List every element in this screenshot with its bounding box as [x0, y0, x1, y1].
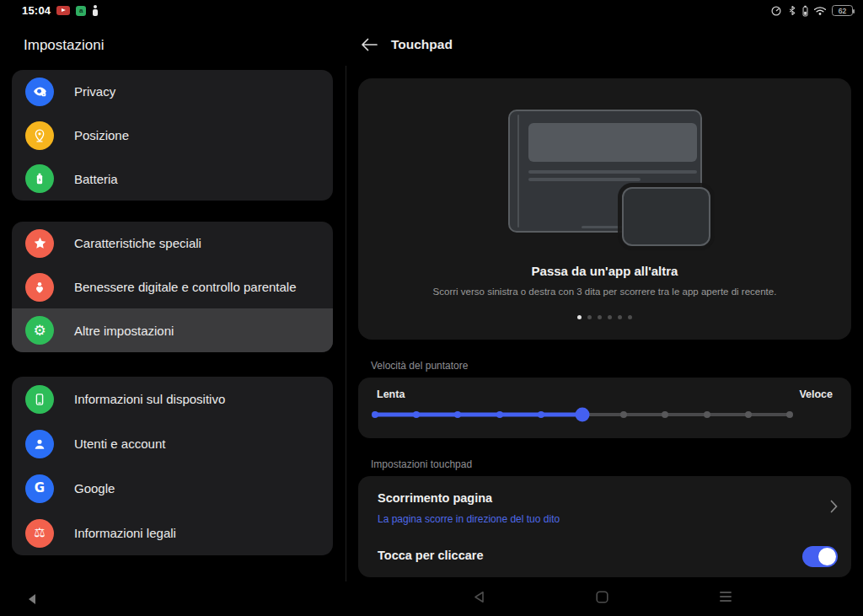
carousel-dot: [618, 315, 622, 319]
battery-status-icon: 62: [832, 5, 853, 16]
user-icon: [25, 430, 54, 458]
carousel-title: Passa da un'app all'altra: [358, 264, 851, 278]
chevron-right-icon: [830, 500, 838, 513]
row-title: Tocca per cliccare: [378, 549, 483, 562]
sidebar-item-label: Batteria: [74, 172, 118, 186]
wellbeing-icon: [25, 273, 54, 302]
stylus-battery-icon: [802, 5, 808, 17]
row-subtitle: La pagina scorre in direzione del tuo di…: [378, 513, 560, 525]
slider-max-label: Veloce: [799, 388, 833, 400]
row-scorrimento-pagina[interactable]: Scorrimento pagina La pagina scorre in d…: [358, 476, 851, 537]
carousel-dot: [628, 315, 632, 319]
sidebar-item-altre-impostazioni[interactable]: ⚙ Altre impostazioni: [12, 308, 333, 352]
wifi-icon: [813, 5, 827, 16]
touchpad-illustration: [622, 187, 710, 246]
slider-tick: [704, 411, 710, 418]
nav-recents-icon[interactable]: [718, 589, 733, 604]
touchpad-settings-card: Scorrimento pagina La pagina scorre in d…: [358, 476, 851, 577]
settings-group-3: Informazioni sul dispositivo Utenti e ac…: [12, 377, 333, 555]
sidebar-item-caratteristiche-speciali[interactable]: Caratteristiche speciali: [12, 222, 333, 265]
slider-min-label: Lenta: [377, 388, 405, 400]
battery-icon: [25, 164, 54, 193]
bluetooth-icon: [787, 4, 797, 17]
sidebar-item-label: Benessere digitale e controllo parentale: [74, 280, 297, 294]
slider-tick: [745, 411, 752, 418]
app-notification-icon: a: [76, 6, 86, 16]
carousel-subtitle: Scorri verso sinistra o destra con 3 dit…: [358, 287, 851, 297]
privacy-eye-icon: [25, 78, 54, 106]
sidebar-item-posizione[interactable]: Posizione: [12, 114, 333, 158]
slider-tick: [454, 411, 461, 418]
nav-home-icon[interactable]: [594, 589, 609, 604]
sidebar-item-informazioni-legali[interactable]: ⚖ Informazioni legali: [12, 511, 333, 555]
sidebar-item-label: Privacy: [74, 84, 115, 99]
slider-thumb[interactable]: [576, 408, 590, 422]
sidebar-item-batteria[interactable]: Batteria: [12, 157, 333, 201]
carousel-dots: [358, 315, 851, 319]
navigation-bar: [0, 582, 863, 616]
star-icon: [25, 229, 54, 258]
slider-tick: [786, 411, 793, 418]
sidebar-item-label: Posizione: [74, 128, 129, 142]
data-saver-icon: [770, 5, 782, 17]
panel-divider: [346, 66, 346, 581]
carousel-dot: [587, 315, 592, 319]
tap-to-click-toggle[interactable]: [802, 546, 838, 567]
gear-icon: ⚙: [25, 316, 54, 345]
sidebar-item-label: Informazioni sul dispositivo: [74, 392, 225, 406]
slider-tick: [662, 411, 668, 418]
page-title: Impostazioni: [24, 37, 104, 54]
notification-icon: [92, 5, 99, 16]
settings-group-2: Caratteristiche speciali Benessere digit…: [12, 222, 333, 352]
sidebar-item-label: Informazioni legali: [74, 526, 176, 540]
toggle-knob: [818, 548, 836, 565]
settings-app: 15:04 a 62 Impostazioni Privacy Posizion…: [0, 0, 863, 616]
youtube-notification-icon: [56, 6, 70, 15]
nav-back-icon[interactable]: [471, 589, 486, 604]
sidebar-item-label: Google: [74, 481, 115, 495]
slider-tick: [538, 411, 544, 418]
sidebar-item-label: Caratteristiche speciali: [74, 236, 201, 250]
clock: 15:04: [22, 4, 51, 17]
settings-group-1: Privacy Posizione Batteria: [12, 70, 333, 201]
slider-tick: [620, 411, 627, 418]
gesture-carousel-card[interactable]: Passa da un'app all'altra Scorri verso s…: [358, 78, 851, 340]
sidebar-item-informazioni-dispositivo[interactable]: Informazioni sul dispositivo: [12, 377, 333, 421]
sidebar-item-utenti-account[interactable]: Utenti e account: [12, 421, 333, 466]
section-label-pointer-speed: Velocità del puntatore: [371, 360, 468, 372]
carousel-dot: [577, 315, 582, 319]
detail-page-title: Touchpad: [391, 37, 453, 52]
google-g-icon: G: [25, 474, 54, 503]
carousel-dot: [598, 315, 602, 319]
sidebar-item-google[interactable]: G Google: [12, 466, 333, 511]
pointer-speed-card: Lenta Veloce: [358, 378, 851, 438]
device-icon: [25, 385, 54, 414]
sidebar-item-label: Altre impostazioni: [74, 324, 174, 338]
row-title: Scorrimento pagina: [378, 491, 492, 505]
slider-tick: [372, 411, 378, 418]
sidebar-item-benessere-digitale[interactable]: Benessere digitale e controllo parentale: [12, 265, 333, 309]
location-pin-icon: [25, 121, 54, 150]
sidebar-item-label: Utenti e account: [74, 437, 165, 451]
slider-fill: [375, 413, 582, 417]
pointer-speed-slider[interactable]: [375, 404, 790, 425]
row-tocca-per-cliccare: Tocca per cliccare: [358, 537, 851, 577]
status-bar: 15:04 a 62: [0, 0, 863, 24]
back-arrow-icon[interactable]: [361, 38, 378, 51]
legal-scales-icon: ⚖: [25, 519, 54, 548]
carousel-dot: [608, 315, 612, 319]
slider-tick: [496, 411, 503, 418]
section-label-touchpad-settings: Impostazioni touchpad: [371, 458, 472, 470]
slider-tick: [413, 411, 420, 418]
sidebar-item-privacy[interactable]: Privacy: [12, 70, 333, 114]
